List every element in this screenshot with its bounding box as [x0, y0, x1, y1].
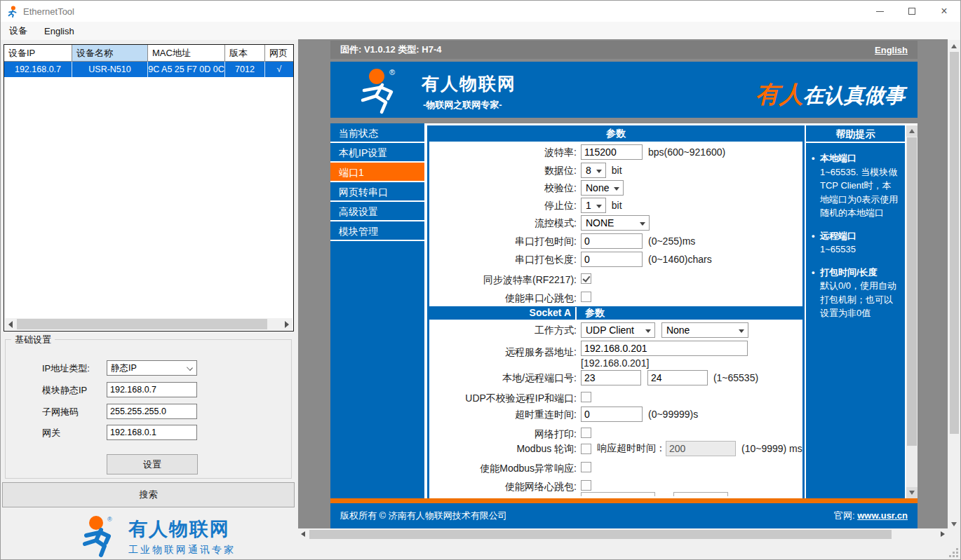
english-link[interactable]: English — [875, 45, 908, 55]
cell-device-web-link[interactable]: √ — [265, 62, 293, 77]
packlen-label: 串口打包长度: — [429, 254, 577, 266]
baud-hint: bps(600~921600) — [648, 146, 725, 158]
app-hscrollbar[interactable] — [298, 529, 948, 540]
packlen-input[interactable] — [581, 252, 643, 267]
scroll-left-icon[interactable] — [8, 321, 13, 328]
scroll-down-button[interactable] — [949, 518, 960, 528]
minimize-button[interactable] — [863, 1, 896, 22]
column-header-version[interactable]: 版本 — [225, 45, 265, 61]
reconnect-label: 超时重连时间: — [429, 409, 577, 421]
table-row[interactable]: 192.168.0.7 USR-N510 9C A5 25 F7 0D 0C 7… — [4, 62, 293, 77]
scroll-up-button[interactable] — [906, 125, 918, 137]
modbus-hint: (10~9999) ms — [741, 443, 802, 454]
device-table-header: 设备IP 设备名称 MAC地址 版本 网页 — [4, 45, 293, 62]
scroll-down-button[interactable] — [906, 487, 918, 498]
scroll-right-icon[interactable] — [285, 321, 289, 328]
nav-item-port1[interactable]: 端口1 — [330, 163, 424, 182]
port-settings-form: 参数 波特率: bps(600~921600) 数据位: 8bit 校验位: N… — [427, 125, 805, 498]
remote-addr-input[interactable] — [581, 341, 748, 356]
page-vscrollbar[interactable] — [906, 125, 918, 498]
nav-item-advanced[interactable]: 高级设置 — [330, 202, 424, 221]
udp-nocheck-checkbox[interactable] — [581, 392, 591, 402]
column-header-mac[interactable]: MAC地址 — [148, 45, 225, 61]
reconnect-input[interactable] — [581, 407, 643, 422]
website-link[interactable]: www.usr.cn — [857, 510, 908, 521]
usr-runner-icon: ® — [78, 514, 121, 558]
set-button[interactable]: 设置 — [107, 454, 198, 474]
static-ip-input[interactable] — [107, 382, 197, 397]
bullet-icon: • — [812, 151, 820, 220]
udp-nocheck-label: UDP不校验远程IP和端口: — [429, 392, 577, 405]
net-print-checkbox[interactable] — [581, 428, 591, 438]
title-bar: EthernetTool × — [1, 1, 960, 22]
device-table-hscrollbar[interactable] — [5, 318, 293, 330]
usr-logo: ® 有人物联网 工业物联网通讯专家 — [78, 514, 236, 558]
workmode-value: UDP Client — [586, 325, 634, 336]
hscroll-thumb[interactable] — [309, 530, 892, 539]
bullet-icon: • — [812, 229, 820, 257]
nav-item-current-status[interactable]: 当前状态 — [330, 123, 424, 143]
baud-input[interactable] — [581, 144, 643, 160]
databits-select[interactable]: 8 — [581, 163, 606, 178]
usr-runner-icon-white: ® — [353, 67, 408, 114]
serial-heartbeat-checkbox[interactable] — [581, 292, 591, 302]
vscroll-thumb[interactable] — [950, 52, 959, 434]
maximize-button[interactable] — [896, 1, 928, 22]
packtime-hint: (0~255)ms — [648, 235, 695, 247]
stopbits-select[interactable]: 1 — [581, 198, 606, 213]
page-header: ® 有人物联网 -物联网之联网专家- 有人在认真做事 — [330, 62, 918, 118]
nav-item-module-mgmt[interactable]: 模块管理 — [330, 221, 424, 241]
packlen-hint: (0~1460)chars — [648, 254, 712, 265]
menu-device[interactable]: 设备 — [1, 22, 36, 40]
help-item-local-port: • 本地端口1~65535. 当模块做TCP Client时，本地端口为0表示使… — [812, 151, 899, 220]
footer-accent-stripe — [330, 498, 918, 503]
column-header-name[interactable]: 设备名称 — [72, 45, 148, 61]
resize-grip[interactable] — [948, 547, 958, 557]
menu-english[interactable]: English — [36, 22, 83, 40]
net-heartbeat-checkbox[interactable] — [581, 480, 591, 491]
nav-item-local-ip[interactable]: 本机IP设置 — [330, 143, 424, 163]
reconnect-row: 超时重连时间: (0~99999)s — [429, 407, 802, 422]
modbus-exc-label: 使能Modbus异常响应: — [429, 463, 577, 475]
bullet-icon: • — [812, 266, 820, 320]
hscroll-thumb[interactable] — [17, 319, 267, 329]
column-header-web[interactable]: 网页 — [265, 45, 293, 61]
udp-nocheck-row: UDP不校验远程IP和端口: — [429, 390, 802, 406]
modbus-checkbox[interactable] — [581, 444, 591, 454]
syncbaud-checkbox[interactable] — [581, 273, 591, 284]
parity-value: None — [586, 182, 609, 193]
scroll-up-button[interactable] — [949, 41, 960, 51]
cell-device-ip: 192.168.0.7 — [4, 62, 72, 77]
app-logo-icon — [6, 5, 19, 18]
remote-port-input[interactable] — [647, 370, 708, 385]
local-port-input[interactable] — [581, 370, 641, 385]
ip-type-select[interactable]: 静态IP — [107, 360, 197, 376]
gateway-row: 网关 — [6, 425, 291, 440]
app-vscrollbar[interactable] — [949, 41, 960, 528]
scroll-down-icon — [909, 491, 915, 495]
page-brand: 有人物联网 — [422, 72, 516, 95]
parity-select[interactable]: None — [581, 180, 624, 196]
flow-select[interactable]: NONE — [581, 215, 650, 231]
modbus-exc-checkbox[interactable] — [581, 462, 591, 472]
nav-item-web-to-serial[interactable]: 网页转串口 — [330, 182, 424, 202]
parity-row: 校验位: None — [429, 180, 802, 196]
scroll-right-icon[interactable] — [941, 531, 945, 537]
scroll-left-icon[interactable] — [301, 531, 305, 537]
search-button[interactable]: 搜索 — [2, 482, 295, 507]
page-scroll-thumb[interactable] — [907, 137, 917, 446]
subnet-mask-label: 子网掩码 — [42, 406, 79, 418]
window-title: EthernetTool — [23, 6, 74, 17]
page-subtitle: -物联网之联网专家- — [423, 99, 502, 111]
scroll-up-icon — [909, 129, 915, 133]
static-ip-row: 模块静态IP — [6, 382, 291, 397]
subnet-mask-input[interactable] — [107, 404, 197, 419]
stopbits-label: 停止位: — [429, 200, 577, 212]
packtime-input[interactable] — [581, 233, 643, 249]
gateway-input[interactable] — [107, 425, 197, 440]
close-button[interactable]: × — [928, 1, 960, 22]
workmode-select[interactable]: UDP Client — [581, 322, 655, 338]
column-header-ip[interactable]: 设备IP — [4, 45, 72, 61]
workmode-sub-select[interactable]: None — [661, 322, 748, 338]
modbus-row: Modbus 轮询: 响应超时时间：(10~9999) ms — [429, 441, 802, 456]
